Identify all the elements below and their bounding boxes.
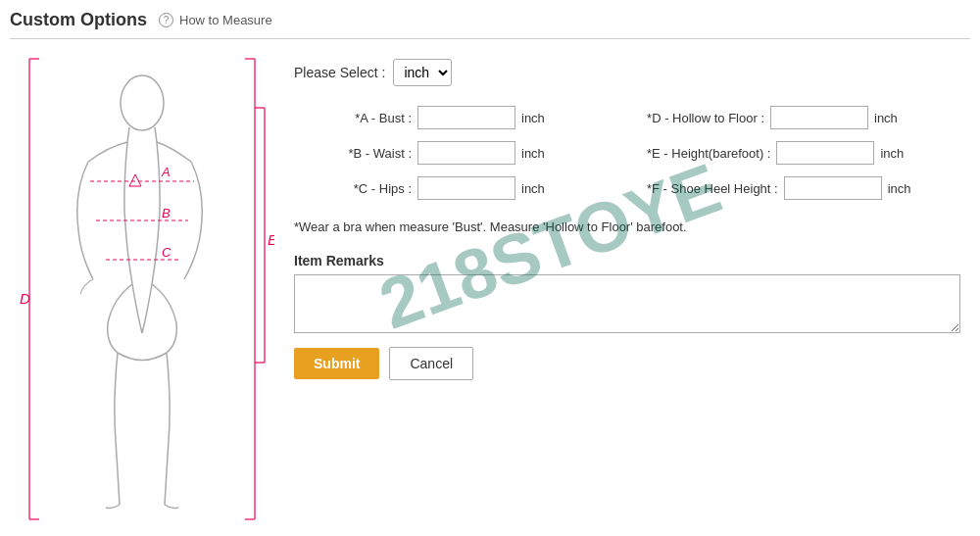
how-to-measure-label: How to Measure — [179, 13, 272, 27]
field-row-hollow: *D - Hollow to Floor : inch — [647, 106, 970, 129]
hips-unit: inch — [521, 181, 545, 196]
measurement-note: *Wear a bra when measure 'Bust'. Measure… — [294, 218, 970, 237]
hollow-input[interactable] — [770, 106, 868, 129]
height-input[interactable] — [776, 141, 874, 165]
hollow-label: *D - Hollow to Floor : — [647, 111, 764, 125]
hollow-unit: inch — [874, 111, 898, 125]
bust-label: *A - Bust : — [294, 111, 412, 125]
svg-text:D: D — [20, 290, 30, 307]
shoe-label: *F - Shoe Heel Height : — [647, 181, 778, 196]
svg-marker-16 — [129, 174, 141, 186]
remarks-textarea[interactable] — [294, 274, 960, 333]
select-label: Please Select : — [294, 65, 385, 80]
figure-illustration: D E — [10, 49, 274, 529]
svg-line-12 — [127, 127, 129, 142]
svg-text:C: C — [162, 245, 172, 260]
svg-text:A: A — [161, 165, 171, 179]
field-row-height: *E - Height(barefoot) : inch — [647, 141, 970, 165]
field-row-shoe: *F - Shoe Heel Height : inch — [647, 176, 970, 200]
height-label: *E - Height(barefoot) : — [647, 146, 770, 161]
waist-unit: inch — [521, 146, 545, 161]
cancel-button[interactable]: Cancel — [389, 347, 473, 380]
bust-unit: inch — [521, 111, 545, 125]
field-row-hips: *C - Hips : inch — [294, 176, 617, 200]
height-unit: inch — [880, 146, 904, 161]
unit-select[interactable]: inch cm — [393, 59, 452, 86]
shoe-input[interactable] — [784, 176, 882, 200]
svg-line-13 — [155, 127, 157, 142]
svg-point-11 — [121, 75, 164, 130]
bust-input[interactable] — [417, 106, 515, 129]
form-area: 218STOYE Please Select : inch cm *A - Bu… — [294, 49, 970, 529]
waist-input[interactable] — [417, 141, 515, 165]
hips-input[interactable] — [417, 176, 515, 200]
remarks-label: Item Remarks — [294, 253, 970, 268]
fields-grid: *A - Bust : inch *D - Hollow to Floor : … — [294, 106, 970, 200]
submit-button[interactable]: Submit — [294, 348, 379, 379]
field-row-bust: *A - Bust : inch — [294, 106, 617, 129]
field-row-waist: *B - Waist : inch — [294, 141, 617, 165]
waist-label: *B - Waist : — [294, 146, 412, 161]
svg-text:B: B — [162, 206, 171, 220]
question-icon: ? — [159, 13, 173, 27]
buttons-row: Submit Cancel — [294, 347, 970, 380]
shoe-unit: inch — [888, 181, 911, 196]
svg-text:E: E — [268, 231, 274, 248]
page-title: Custom Options — [10, 10, 147, 30]
how-to-measure-link[interactable]: ? How to Measure — [159, 13, 272, 27]
hips-label: *C - Hips : — [294, 181, 412, 196]
